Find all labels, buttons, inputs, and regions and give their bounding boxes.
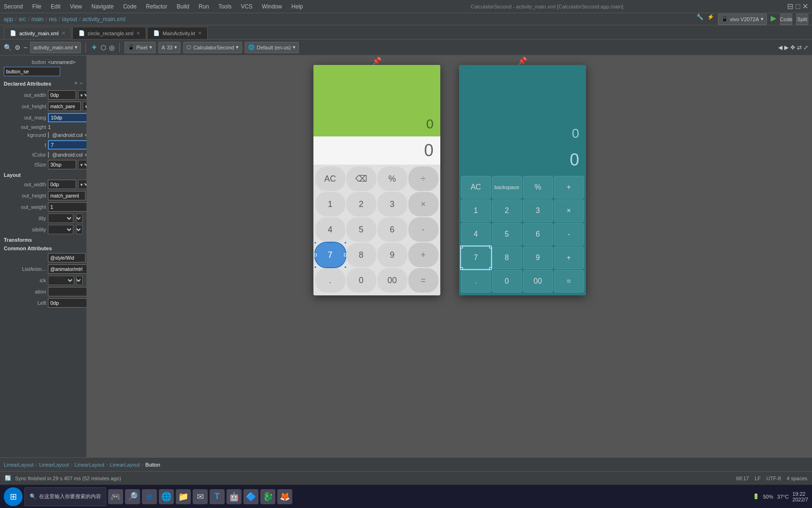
menu-vcs[interactable]: VCS	[237, 2, 257, 11]
btn-1[interactable]: 1	[315, 192, 345, 216]
menu-build[interactable]: Build	[173, 2, 193, 11]
visibility-select[interactable]	[48, 214, 73, 223]
breadcrumb-app[interactable]: app	[4, 16, 13, 23]
btn-3[interactable]: 3	[377, 192, 407, 216]
menu-tools[interactable]: Tools	[215, 2, 235, 11]
btn-2[interactable]: 2	[346, 192, 376, 216]
textcolor-swatch[interactable]	[48, 152, 49, 158]
settings-icon[interactable]: ⚙	[15, 44, 21, 51]
start-button[interactable]: ⊞	[4, 487, 23, 506]
zoom-icon[interactable]: ◎	[109, 44, 115, 51]
bc-linearlayout-3[interactable]: LinearLayout	[75, 462, 105, 468]
pan-icon[interactable]: ✥	[790, 44, 795, 51]
right-btn-6[interactable]: 6	[523, 223, 553, 246]
file-dropdown[interactable]: activity_main.xml ▾	[30, 42, 81, 53]
search-bar[interactable]: 🔍 在这里输入你要搜索的内容	[24, 487, 106, 506]
add-attr-btn[interactable]: +	[74, 80, 78, 87]
menu-window[interactable]: Window	[258, 2, 286, 11]
btn-dot[interactable]: .	[315, 268, 345, 293]
btn-4[interactable]: 4	[315, 217, 345, 242]
bc-linearlayout-1[interactable]: LinearLayout	[4, 462, 34, 468]
blueprint-icon[interactable]: ⬡	[101, 44, 106, 51]
text-input[interactable]	[48, 140, 87, 150]
out-width-select[interactable]: ▾	[78, 90, 87, 100]
split-mode-btn[interactable]: Split	[796, 14, 808, 25]
btn-5[interactable]: 5	[346, 217, 376, 242]
layout-width-input[interactable]	[48, 180, 76, 189]
tab-main-activity[interactable]: 📄 MainActivity.kt ✕	[147, 27, 208, 39]
menu-help[interactable]: Help	[288, 2, 307, 11]
minus-icon[interactable]: −	[23, 44, 27, 51]
style-input[interactable]	[48, 253, 86, 262]
arrow-right-icon[interactable]: ▶	[784, 44, 789, 51]
btn-00[interactable]: 00	[377, 268, 407, 293]
out-width-input[interactable]	[48, 90, 76, 100]
btn-multiply[interactable]: ×	[408, 192, 438, 216]
right-btn-8[interactable]: 8	[492, 246, 522, 269]
menu-file[interactable]: File	[29, 2, 45, 11]
background-color-swatch[interactable]	[48, 132, 49, 138]
right-btn-0[interactable]: 0	[492, 270, 522, 293]
taskbar-android[interactable]: 🤖	[226, 489, 242, 504]
taskbar-minecraft[interactable]: 🎮	[108, 489, 123, 504]
taskbar-files[interactable]: 📁	[176, 489, 191, 504]
right-btn-minus[interactable]: -	[554, 223, 584, 246]
taskbar-win-search[interactable]: 🔎	[125, 489, 140, 504]
out-height-input[interactable]	[48, 102, 81, 111]
taskbar-dragon[interactable]: 🐉	[260, 489, 275, 504]
tab-main-activity-close[interactable]: ✕	[198, 31, 202, 36]
btn-minus[interactable]: -	[408, 217, 438, 242]
btn-percent[interactable]: %	[377, 167, 407, 191]
btn-divide[interactable]: ÷	[408, 167, 438, 191]
swap-icon[interactable]: ⇄	[797, 44, 802, 51]
right-btn-backspace[interactable]: backspace	[492, 176, 522, 198]
tab-circle-rectangle[interactable]: 📄 circle_rectangle.xml ✕	[72, 27, 146, 39]
indent-spaces[interactable]: 4 spaces	[787, 476, 807, 481]
device-size-dropdown[interactable]: 📱 Pixel ▾	[125, 42, 156, 53]
left-input[interactable]	[48, 298, 87, 308]
right-btn-3[interactable]: 3	[523, 199, 553, 222]
right-btn-7[interactable]: 7	[461, 246, 491, 269]
taskbar-idea[interactable]: 🔷	[243, 489, 258, 504]
btn-backspace[interactable]: ⌫	[346, 167, 376, 191]
right-btn-ac[interactable]: AC	[461, 176, 491, 198]
encoding[interactable]: UTF-8	[766, 476, 781, 481]
arrow-left-icon[interactable]: ◀	[778, 44, 782, 51]
out-marg-input[interactable]	[48, 113, 87, 122]
bc-button[interactable]: Button	[145, 462, 160, 468]
layout-width-select[interactable]: ▾	[78, 180, 87, 189]
locale-dropdown[interactable]: 🌐 Default (en-us) ▾	[245, 42, 299, 53]
textsize-input[interactable]	[48, 160, 76, 169]
visibility2-select2[interactable]: ▾	[76, 225, 83, 234]
layout-height-input[interactable]	[48, 191, 86, 200]
visibility-select2[interactable]: ▾	[76, 214, 83, 223]
breadcrumb-res[interactable]: res	[49, 16, 57, 23]
expand-icon[interactable]: ⤢	[804, 44, 808, 51]
click-select2[interactable]: ▾	[76, 276, 83, 285]
btn-ac[interactable]: AC	[315, 167, 345, 191]
breadcrumb-main[interactable]: main	[31, 16, 44, 23]
right-btn-equals[interactable]: =	[554, 270, 584, 293]
menu-navigate[interactable]: Navigate	[88, 2, 117, 11]
search-icon[interactable]: 🔍	[4, 44, 12, 51]
btn-8[interactable]: 8	[346, 243, 376, 267]
btn-plus[interactable]: +	[408, 243, 438, 267]
taskbar-chrome[interactable]: 🌐	[159, 489, 174, 504]
breadcrumb-file[interactable]: activity_main.xml	[82, 16, 125, 23]
out-height-select[interactable]: ▾	[83, 102, 87, 111]
breadcrumb-src[interactable]: src	[18, 16, 26, 23]
code-mode-btn[interactable]: Code	[780, 14, 792, 25]
btn-equals[interactable]: =	[408, 268, 438, 293]
taskbar-edge[interactable]: e	[142, 489, 157, 504]
menu-code[interactable]: Code	[119, 2, 141, 11]
visibility2-select[interactable]	[48, 225, 73, 234]
menu-refactor[interactable]: Refactor	[142, 2, 171, 11]
right-btn-9[interactable]: 9	[523, 246, 553, 269]
bc-linearlayout-2[interactable]: LinearLayout	[39, 462, 69, 468]
tion-input[interactable]	[48, 287, 87, 296]
right-btn-4[interactable]: 4	[461, 223, 491, 246]
id-input[interactable]	[4, 67, 60, 76]
right-btn-dot[interactable]: .	[461, 270, 491, 293]
tab-activity-main[interactable]: 📄 activity_main.xml ✕	[4, 27, 71, 39]
app-dropdown[interactable]: ⬡ CalculatorSecond ▾	[183, 42, 242, 53]
